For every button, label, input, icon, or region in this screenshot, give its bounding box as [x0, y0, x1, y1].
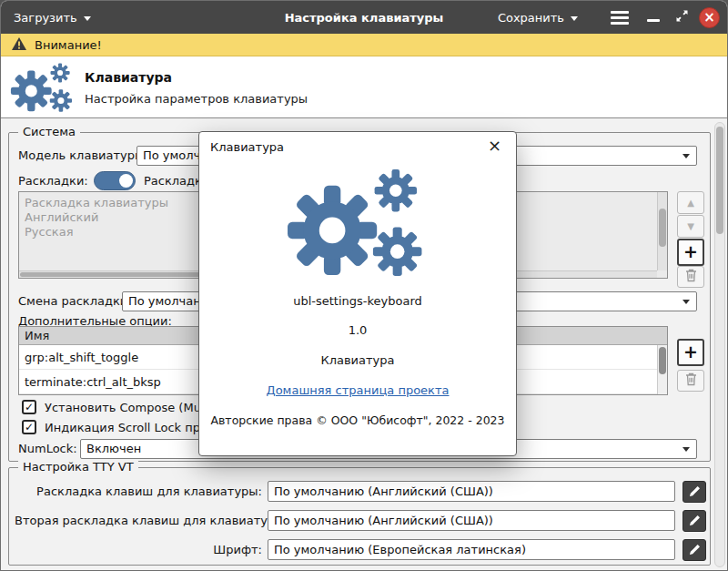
- tty-layout-label: Раскладка клавиш для клавиатуры:: [15, 481, 262, 502]
- main-scrollbar-thumb[interactable]: [716, 127, 723, 234]
- close-window-button[interactable]: ×: [699, 1, 720, 34]
- app-logo-gears-icon: [286, 167, 430, 284]
- add-option-button[interactable]: +: [677, 339, 704, 366]
- caret-down-icon: [571, 16, 578, 21]
- caret-down-icon: [682, 300, 690, 304]
- save-button[interactable]: Сохранить: [498, 1, 578, 34]
- load-button-label: Загрузить: [14, 11, 77, 25]
- expand-button[interactable]: [675, 1, 689, 34]
- default-layout-toggle[interactable]: [94, 171, 136, 190]
- app-version: 1.0: [199, 323, 516, 337]
- check-icon: ✓: [25, 402, 34, 413]
- app-name: ubl-settings-keyboard: [199, 294, 516, 308]
- tty-layout2-field[interactable]: По умолчанию (Английский (США)): [268, 510, 675, 531]
- tty-font-label: Шрифт:: [15, 539, 262, 560]
- menu-button[interactable]: [611, 1, 629, 34]
- layout-switch-label: Смена раскладки:: [18, 291, 132, 311]
- layouts-list-vscrollbar[interactable]: [657, 192, 667, 270]
- hamburger-icon: [611, 11, 629, 25]
- pencil-icon: [689, 513, 701, 530]
- tty-group-legend: Настройка TTY VT: [18, 460, 138, 474]
- tty-group: Настройка TTY VT Раскладка клавиш для кл…: [8, 467, 711, 566]
- plus-icon: +: [683, 243, 698, 260]
- dialog-title: Клавиатура: [210, 140, 284, 154]
- scrollbar-thumb[interactable]: [659, 209, 666, 247]
- arrow-up-icon: ▲: [687, 198, 694, 208]
- caret-down-icon: [682, 447, 690, 452]
- keyboard-gears-icon: [10, 62, 76, 117]
- tty-font-field[interactable]: По умолчанию (Европейская латинская): [268, 539, 675, 560]
- close-icon: ×: [699, 7, 720, 28]
- keyboard-model-label: Модель клавиатуры:: [18, 146, 148, 166]
- minimize-icon: [647, 19, 660, 22]
- tty-font-edit-button[interactable]: [682, 539, 706, 561]
- plus-icon: +: [683, 343, 698, 361]
- app-window: Загрузить Настройка клавиатуры Сохранить…: [0, 0, 728, 571]
- warning-bar: Внимание!: [1, 34, 727, 56]
- about-dialog: Клавиатура × ubl-settings-keyboard 1.0 К…: [198, 131, 517, 456]
- system-group-legend: Система: [18, 125, 80, 138]
- compose-checkbox[interactable]: ✓: [22, 400, 36, 414]
- homepage-link[interactable]: Домашняя страница проекта: [267, 383, 450, 397]
- titlebar: Загрузить Настройка клавиатуры Сохранить…: [1, 1, 727, 34]
- trash-icon: [685, 269, 697, 286]
- check-icon: ✓: [25, 422, 34, 433]
- delete-option-button[interactable]: [677, 370, 704, 392]
- layouts-label: Раскладки:: [18, 171, 88, 191]
- numlock-label: NumLock:: [18, 439, 77, 459]
- scrolllock-checkbox[interactable]: ✓: [22, 420, 36, 434]
- delete-layout-button[interactable]: [677, 266, 704, 288]
- tty-layout-edit-button[interactable]: [682, 481, 706, 503]
- warning-icon: [11, 36, 27, 54]
- tty-layout2-label: Вторая раскладка клавиш для клавиатуры:: [15, 510, 262, 531]
- toggle-knob: [119, 174, 133, 188]
- tty-layout-field[interactable]: По умолчанию (Английский (США)): [268, 481, 675, 502]
- caret-down-icon: [682, 154, 690, 158]
- expand-icon: [675, 9, 689, 25]
- tty-layout2-edit-button[interactable]: [682, 510, 706, 532]
- warning-text: Внимание!: [35, 38, 102, 52]
- save-button-label: Сохранить: [498, 11, 564, 25]
- page-header: Клавиатура Настройка параметров клавиату…: [1, 56, 727, 118]
- move-layout-down-button[interactable]: ▼: [677, 215, 704, 238]
- scrollbar-thumb[interactable]: [659, 347, 666, 374]
- options-table-vscrollbar[interactable]: [657, 345, 667, 394]
- main-scrollbar[interactable]: [714, 122, 725, 567]
- copyright-text: Авторские права © ООО "Юбисофт", 2022 - …: [199, 413, 516, 427]
- pencil-icon: [689, 542, 701, 559]
- minimize-button[interactable]: [647, 1, 660, 34]
- page-title: Клавиатура: [85, 70, 172, 85]
- trash-icon: [685, 372, 697, 390]
- pencil-icon: [689, 484, 701, 501]
- load-button[interactable]: Загрузить: [14, 1, 91, 34]
- page-subtitle: Настройка параметров клавиатуры: [85, 92, 308, 106]
- dialog-close-button[interactable]: ×: [484, 136, 505, 156]
- app-description: Клавиатура: [199, 353, 516, 367]
- arrow-down-icon: ▼: [687, 221, 694, 231]
- move-layout-up-button[interactable]: ▲: [677, 191, 704, 214]
- caret-down-icon: [84, 16, 91, 21]
- add-layout-button[interactable]: +: [677, 239, 704, 266]
